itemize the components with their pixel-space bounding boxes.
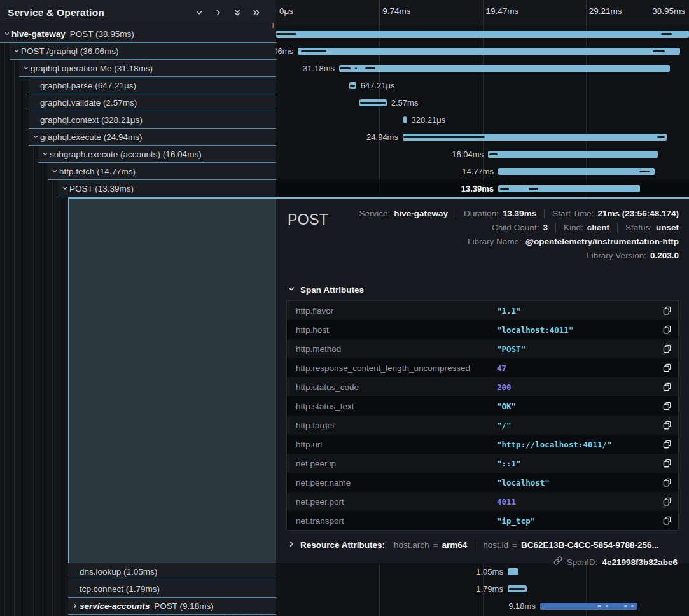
span-duration-bar[interactable] [540, 603, 637, 610]
span-duration-bar[interactable] [298, 48, 680, 55]
chevron-right-icon[interactable] [71, 603, 80, 609]
copy-icon[interactable] [663, 440, 672, 449]
duration-label: 1.79ms [476, 584, 503, 594]
span-attributes-section-toggle[interactable]: Span Attributes [288, 284, 679, 295]
span-row-content[interactable]: graphql.context (328.21μs) [29, 111, 276, 129]
span-row-6[interactable]: graphql.execute (24.94ms) [0, 129, 276, 146]
waterfall-row-4[interactable]: 2.57ms [276, 94, 689, 111]
waterfall-row-9[interactable]: 13.39ms [276, 180, 689, 197]
copy-icon[interactable] [663, 306, 672, 315]
waterfall-row-8[interactable]: 14.77ms [276, 163, 689, 180]
waterfall-row-1[interactable]: 36.06ms [276, 43, 689, 60]
chevron-down-icon[interactable] [50, 168, 59, 174]
attribute-value: "/" [497, 421, 512, 430]
chevron-down-icon[interactable] [60, 185, 69, 192]
copy-icon[interactable] [663, 459, 672, 468]
copy-icon[interactable] [663, 363, 672, 372]
span-label: graphql.validate (2.57ms) [40, 98, 137, 108]
span-duration-bar[interactable] [403, 116, 407, 123]
chevron-down-icon[interactable] [3, 31, 11, 37]
span-row-content[interactable]: subgraph.execute (accounts) (16.04ms) [38, 146, 276, 163]
waterfall-row-12[interactable]: 9.18ms [276, 598, 689, 615]
span-row-8[interactable]: http.fetch (14.77ms) [0, 163, 276, 180]
double-chevron-down-icon[interactable] [233, 8, 242, 17]
attribute-value: "1.1" [497, 306, 521, 316]
span-duration-bar[interactable] [349, 82, 356, 89]
span-row-content[interactable]: POST (13.39ms) [58, 180, 276, 197]
meta-value: client [587, 223, 609, 232]
meta-label: Duration: [464, 209, 499, 218]
span-row-4[interactable]: graphql.validate (2.57ms) [0, 94, 276, 111]
span-duration-bar[interactable] [498, 185, 640, 192]
attribute-key: net.peer.port [287, 497, 344, 507]
copy-icon[interactable] [663, 497, 672, 506]
copy-icon[interactable] [663, 421, 672, 430]
meta-item: Library Version:0.203.0 [587, 251, 679, 260]
waterfall-row-11[interactable]: 1.79ms [276, 580, 689, 598]
timeline-tick: 0μs [279, 6, 293, 16]
copy-icon[interactable] [663, 382, 672, 391]
span-duration-bar[interactable] [498, 168, 655, 175]
span-row-1[interactable]: POST /graphql (36.06ms) [0, 43, 276, 60]
timeline-tick: 38.95ms [652, 6, 685, 16]
child-span-marker [489, 153, 498, 155]
span-duration-bar[interactable] [403, 134, 667, 141]
waterfall-row-6[interactable]: 24.94ms [276, 129, 689, 146]
attribute-row: http.status_text"OK" [287, 396, 678, 416]
span-row-2[interactable]: graphql.operation Me (31.18ms) [0, 60, 276, 77]
child-span-marker [350, 85, 354, 87]
chevron-down-icon[interactable] [41, 151, 50, 157]
span-row-3[interactable]: graphql.parse (647.21μs) [0, 77, 276, 94]
span-duration-bar[interactable] [359, 99, 387, 106]
span-row-content[interactable]: POST /graphql (36.06ms) [10, 43, 276, 60]
copy-icon[interactable] [663, 478, 672, 487]
meta-separator [555, 223, 556, 232]
span-row-content[interactable]: graphql.operation Me (31.18ms) [19, 60, 276, 77]
waterfall-row-0[interactable] [276, 25, 689, 43]
double-chevron-right-icon[interactable] [252, 8, 261, 17]
span-duration-bar[interactable] [508, 568, 518, 575]
span-duration-bar[interactable] [339, 65, 670, 72]
chevron-down-icon[interactable] [31, 134, 40, 140]
span-row-5[interactable]: graphql.context (328.21μs) [0, 111, 276, 129]
waterfall-row-3[interactable]: 647.21μs [276, 77, 689, 94]
span-row-content[interactable]: graphql.validate (2.57ms) [29, 94, 276, 111]
span-row-content[interactable]: tcp.connect (1.79ms) [68, 580, 276, 598]
span-row-9[interactable]: POST (13.39ms) [0, 180, 276, 197]
copy-icon[interactable] [663, 325, 672, 334]
attribute-key: http.host [287, 325, 329, 335]
span-duration-bar[interactable] [508, 585, 527, 592]
span-row-12[interactable]: service-accountsPOST (9.18ms) [0, 598, 276, 615]
waterfall-row-7[interactable]: 16.04ms [276, 146, 689, 163]
span-row-7[interactable]: subgraph.execute (accounts) (16.04ms) [0, 146, 276, 163]
copy-icon[interactable] [663, 516, 672, 525]
child-span-marker [301, 50, 326, 52]
span-row-content[interactable]: dns.lookup (1.05ms) [68, 563, 276, 580]
copy-icon[interactable] [663, 402, 672, 410]
waterfall-row-5[interactable]: 328.21μs [276, 111, 689, 129]
meta-label: Start Time: [552, 209, 594, 218]
span-row-content[interactable]: service-accountsPOST (9.18ms) [68, 598, 276, 615]
link-icon[interactable] [553, 556, 562, 568]
chevron-down-icon[interactable] [195, 8, 204, 17]
chevron-right-icon[interactable] [214, 8, 223, 17]
span-row-10[interactable]: dns.lookup (1.05ms) [0, 563, 276, 580]
chevron-down-icon[interactable] [12, 48, 21, 54]
span-row-content[interactable]: http.fetch (14.77ms) [48, 163, 276, 180]
tree-header: Service & Operation ‖ [0, 0, 276, 25]
span-row-11[interactable]: tcp.connect (1.79ms) [0, 580, 276, 598]
span-row-content[interactable]: hive-gatewayPOST (38.95ms) [0, 25, 276, 43]
span-row-0[interactable]: hive-gatewayPOST (38.95ms) [0, 25, 276, 43]
span-row-content[interactable]: graphql.parse (647.21μs) [29, 77, 276, 94]
span-duration-bar[interactable] [276, 31, 689, 38]
span-row-content[interactable]: graphql.execute (24.94ms) [29, 129, 276, 146]
attribute-row: http.target"/" [287, 416, 678, 435]
span-label: graphql.parse (647.21μs) [40, 81, 136, 90]
duration-label: 9.18ms [508, 601, 536, 611]
waterfall-row-2[interactable]: 31.18ms [276, 60, 689, 77]
chevron-down-icon[interactable] [22, 65, 31, 71]
panel-resize-handle[interactable]: ‖ [271, 22, 274, 29]
copy-icon[interactable] [663, 344, 672, 353]
span-duration-bar[interactable] [488, 151, 658, 158]
resource-attributes-row[interactable]: Resource Attributes: host.arch=arm64host… [286, 539, 679, 550]
